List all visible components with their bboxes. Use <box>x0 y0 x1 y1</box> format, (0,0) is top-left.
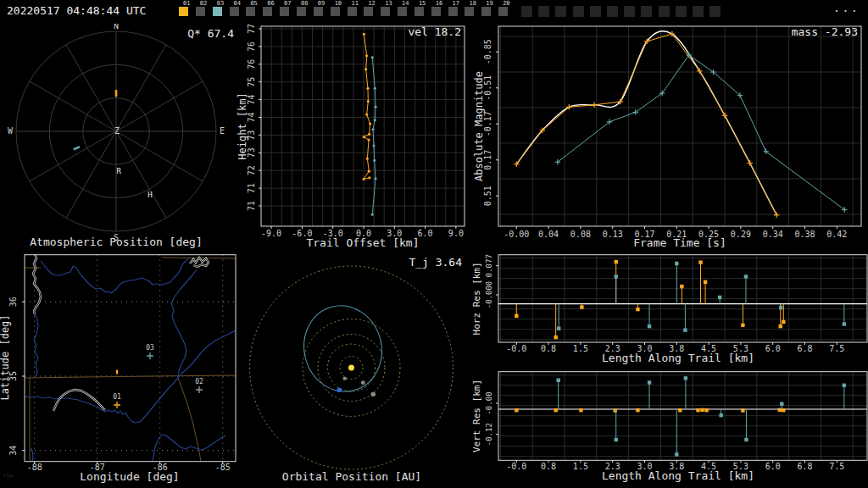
svg-text:6.0: 6.0 <box>765 462 781 471</box>
tab-08[interactable]: 08 <box>296 0 313 22</box>
svg-text:75: 75 <box>247 77 256 87</box>
residual-point <box>636 308 639 311</box>
tab-17[interactable]: 17 <box>448 0 465 22</box>
tab-blank[interactable] <box>538 0 555 22</box>
tab-swatch <box>538 6 549 17</box>
residual-point <box>718 296 721 299</box>
tab-blank[interactable] <box>659 0 676 22</box>
state-border <box>25 375 236 378</box>
tab-blank[interactable] <box>709 0 726 22</box>
station-label-01: 01 <box>113 393 121 401</box>
tab-19[interactable]: 19 <box>481 0 498 22</box>
residual-point <box>704 280 707 284</box>
tab-swatch <box>230 7 239 16</box>
svg-text:0.04: 0.04 <box>538 230 559 239</box>
tab-13[interactable]: 13 <box>380 0 397 22</box>
svg-text:76: 76 <box>247 42 256 52</box>
compass-zenith: Z <box>114 126 120 136</box>
tab-swatch <box>364 7 373 16</box>
tab-03[interactable]: 03 <box>212 0 229 22</box>
residual-point <box>704 408 708 412</box>
svg-text:0.42: 0.42 <box>826 230 847 239</box>
residual-point <box>615 438 618 441</box>
tab-swatch <box>263 7 272 16</box>
tab-label: 16 <box>436 0 442 7</box>
tab-blank[interactable] <box>521 0 538 22</box>
tab-label: 05 <box>250 0 257 7</box>
residual-point <box>700 408 704 412</box>
tab-15[interactable]: 15 <box>414 0 431 22</box>
tab-20[interactable]: 20 <box>498 0 515 22</box>
svg-text:-0.00: -0.00 <box>485 391 493 414</box>
tab-swatch <box>624 6 635 17</box>
svg-text:71: 71 <box>247 183 256 193</box>
residual-point <box>680 285 683 288</box>
tab-01[interactable]: 01 <box>178 0 195 22</box>
tab-label: 12 <box>368 0 375 7</box>
river <box>41 258 189 293</box>
residual-point <box>615 274 618 278</box>
teal-meteor-streak <box>74 147 80 149</box>
tab-18[interactable]: 18 <box>464 0 481 22</box>
tab-label: 03 <box>217 0 224 7</box>
atmospheric-title: Atmospheric Position [deg] <box>30 236 203 248</box>
tab-04[interactable]: 04 <box>229 0 246 22</box>
tab-10[interactable]: 10 <box>330 0 347 22</box>
tab-11[interactable]: 11 <box>347 0 364 22</box>
tab-strip: 0102030405060708091011121314151617181920 <box>178 0 771 24</box>
river <box>171 269 197 378</box>
tab-swatch <box>314 7 323 16</box>
tab-blank[interactable] <box>693 0 709 22</box>
svg-text:71: 71 <box>247 201 256 211</box>
svg-text:-88: -88 <box>27 463 42 472</box>
tab-blank[interactable] <box>607 0 624 22</box>
model-fit-curve <box>516 31 776 215</box>
tab-label: 06 <box>267 0 274 7</box>
svg-text:76: 76 <box>247 59 256 69</box>
svg-text:0.29: 0.29 <box>731 230 751 239</box>
residual-point <box>614 408 617 412</box>
svg-text:-9.0: -9.0 <box>261 229 281 238</box>
tab-label: 07 <box>284 0 291 7</box>
tab-09[interactable]: 09 <box>313 0 330 22</box>
tab-05[interactable]: 05 <box>245 0 262 22</box>
tab-swatch <box>573 6 584 17</box>
svg-text:6.0: 6.0 <box>418 229 433 238</box>
tab-swatch <box>179 7 188 16</box>
planet-mars <box>371 392 376 397</box>
tab-label: 10 <box>335 0 342 7</box>
tab-swatch <box>521 6 532 17</box>
tab-blank[interactable] <box>555 0 572 22</box>
svg-text:-0.85: -0.85 <box>483 39 492 64</box>
tab-16[interactable]: 16 <box>431 0 448 22</box>
compass-east: E <box>220 126 225 136</box>
tab-label: 09 <box>318 0 325 7</box>
tab-blank[interactable] <box>624 0 641 22</box>
tab-swatch <box>607 6 618 17</box>
horz_res-xlabel: Length Along Trail [km] <box>602 352 754 364</box>
lightcurve-series-teal <box>558 55 844 210</box>
charts-canvas: NSEWZRHQ* 67.4Atmospheric Position [deg]… <box>0 0 868 488</box>
residual-point <box>778 408 782 412</box>
tab-blank[interactable] <box>641 0 658 22</box>
panel-atmospheric-position: NSEWZRHQ* 67.4Atmospheric Position [deg] <box>8 21 234 248</box>
tab-02[interactable]: 02 <box>195 0 212 22</box>
tab-swatch <box>246 7 255 16</box>
tab-swatch <box>693 6 704 17</box>
magnitude-ylabel: Absolute Magnitude <box>473 71 485 181</box>
tab-12[interactable]: 12 <box>363 0 380 22</box>
tab-14[interactable]: 14 <box>397 0 414 22</box>
svg-text:-0.000: -0.000 <box>485 281 493 309</box>
tab-blank[interactable] <box>590 0 607 22</box>
tab-blank[interactable] <box>573 0 590 22</box>
mass-label: mass -2.93 <box>792 25 858 38</box>
tab-06[interactable]: 06 <box>262 0 279 22</box>
tab-label: 15 <box>419 0 426 7</box>
tab-label: 11 <box>352 0 359 7</box>
overflow-menu-icon[interactable]: ... <box>833 1 860 14</box>
tab-07[interactable]: 07 <box>279 0 296 22</box>
panel-vert_res: -0.00.81.52.33.03.84.55.36.06.87.5-0.00-… <box>471 372 867 482</box>
residual-point <box>720 413 723 417</box>
residual-point <box>843 384 846 387</box>
tab-blank[interactable] <box>676 0 693 22</box>
